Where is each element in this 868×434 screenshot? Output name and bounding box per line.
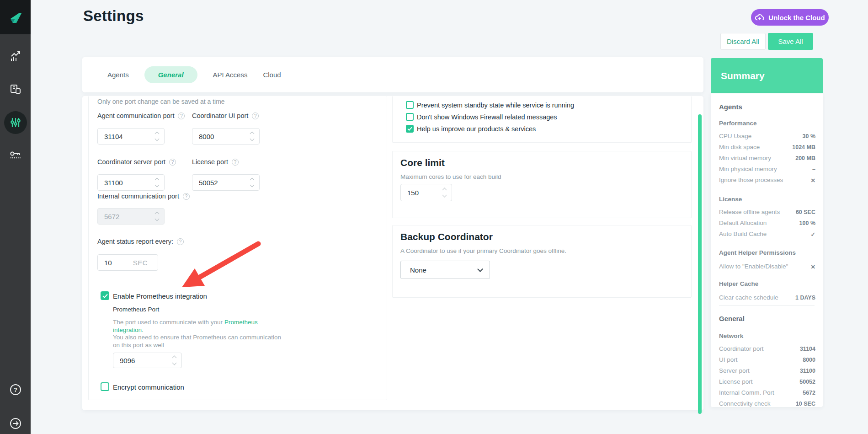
core-limit-title: Core limit (400, 157, 445, 168)
prometheus-checkbox[interactable] (101, 291, 109, 300)
status-report-label: Agent status report every: ? (97, 238, 184, 245)
analytics-icon (9, 49, 22, 63)
license-port-label: License port ? (192, 158, 239, 166)
internal-port-label: Internal communication port ? (97, 193, 190, 200)
summary-row-label: Min disk space (719, 144, 760, 150)
help-tooltip-icon[interactable]: ? (232, 159, 239, 166)
standby-checkbox[interactable] (406, 101, 414, 109)
help-circle-icon: ? (9, 383, 22, 396)
tab-agents[interactable]: Agents (107, 71, 129, 79)
sidebar-item-help[interactable]: ? (0, 383, 31, 396)
settings-tab-bar: Agents General API Access Cloud (82, 57, 703, 92)
seconds-unit: SEC (133, 259, 148, 267)
help-tooltip-icon[interactable]: ? (252, 113, 259, 119)
tab-cloud[interactable]: Cloud (263, 71, 281, 79)
save-all-label: Save All (778, 38, 803, 45)
summary-title: Summary (721, 70, 765, 81)
summary-row-label: Min virtual memory (719, 155, 771, 161)
summary-row-value: 60 SEC (796, 209, 815, 215)
improve-checkbox[interactable] (406, 125, 414, 133)
stepper-arrows[interactable] (173, 356, 176, 364)
content-scrollbar[interactable] (698, 114, 702, 414)
red-annotation-arrow (176, 238, 265, 290)
summary-agents-heading: Agents (719, 103, 742, 111)
summary-row-value: – (812, 166, 815, 172)
core-limit-subtitle: Maximum cores to use for each build (400, 173, 501, 180)
status-report-input[interactable]: 10 SEC (97, 254, 158, 271)
summary-row-value: 31104 (800, 346, 815, 352)
save-all-button[interactable]: Save All (768, 33, 813, 50)
summary-row-label: Coordinator port (719, 345, 764, 352)
summary-row-label: Server port (719, 367, 750, 374)
summary-helper-permissions-title: Agent Helper Permissions (719, 249, 796, 256)
ui-port-input[interactable]: 8000 (192, 128, 260, 145)
svg-text:?: ? (14, 386, 17, 393)
stepper-arrows[interactable] (443, 188, 446, 197)
summary-row-value: 100 % (799, 220, 815, 226)
stepper-arrows[interactable] (155, 178, 159, 187)
summary-row-value: 8000 (803, 357, 815, 363)
summary-helper-cache-title: Helper Cache (719, 280, 758, 287)
sidebar: ? (0, 0, 31, 434)
summary-row-label: License port (719, 378, 753, 385)
port-change-notice: Only one port change can be saved at a t… (97, 98, 225, 105)
summary-row-label: Ignore those processes (719, 177, 783, 183)
tab-api-access[interactable]: API Access (213, 71, 248, 79)
sidebar-item-agents[interactable] (0, 82, 31, 96)
discard-all-button[interactable]: Discard All (720, 33, 766, 50)
sidebar-item-license[interactable] (0, 149, 31, 163)
summary-row-label: Clear cache schedule (719, 294, 778, 301)
backup-coordinator-select[interactable]: None (400, 261, 490, 279)
incredibuild-logo-icon (7, 9, 24, 26)
tab-general-active[interactable]: General (144, 66, 197, 83)
standby-checkbox-label: Prevent system standby state while servi… (417, 102, 574, 109)
prometheus-checkbox-label: Enable Prometheus integration (113, 292, 207, 300)
check-icon (102, 294, 108, 298)
summary-row-value: ✓ (811, 231, 815, 238)
key-icon (9, 149, 22, 163)
chevron-down-icon (477, 266, 483, 272)
app-logo[interactable] (0, 0, 31, 34)
help-tooltip-icon[interactable]: ? (169, 159, 176, 166)
encrypt-checkbox-label: Encrypt communication (113, 383, 184, 391)
summary-row-value: ✕ (811, 177, 815, 184)
page-title: Settings (83, 7, 144, 25)
summary-row-label: Connectivity check (719, 400, 771, 407)
sidebar-item-settings-active[interactable] (4, 111, 27, 134)
sidebar-item-logout[interactable] (0, 417, 31, 430)
server-port-input[interactable]: 31100 (97, 174, 165, 191)
summary-row-value: 5672 (803, 390, 815, 396)
agent-port-input[interactable]: 31104 (97, 128, 165, 145)
backup-coordinator-subtitle: A Coordinator to use if your primary Coo… (400, 247, 566, 254)
help-tooltip-icon[interactable]: ? (178, 113, 185, 119)
backup-coordinator-title: Backup Coordinator (400, 231, 493, 242)
prometheus-description: The port used to communicate with your P… (113, 319, 287, 349)
summary-panel: Summary Agents Performance CPU Usage 30 … (711, 58, 823, 407)
backup-coordinator-selected-value: None (410, 266, 426, 274)
summary-row-value: 50052 (799, 379, 815, 385)
logout-arrow-icon (9, 417, 22, 430)
core-limit-input[interactable]: 150 (400, 184, 452, 201)
improve-checkbox-label: Help us improve our products & services (417, 125, 536, 133)
stepper-arrows[interactable] (155, 132, 159, 140)
summary-row-label: Default Allocation (719, 220, 767, 226)
unlock-cloud-button[interactable]: Unlock the Cloud (751, 9, 829, 26)
summary-row-value: 1024 MB (792, 144, 815, 150)
firewall-checkbox-label: Don't show Windows Firewall related mess… (417, 113, 557, 121)
check-icon (407, 127, 412, 131)
license-port-input[interactable]: 50052 (192, 174, 260, 191)
summary-performance-title: Performance (719, 120, 757, 127)
summary-row-value: 31100 (800, 368, 815, 374)
firewall-checkbox[interactable] (406, 113, 414, 121)
encrypt-checkbox[interactable] (101, 382, 109, 391)
stepper-arrows[interactable] (250, 178, 254, 187)
internal-port-input-disabled: 5672 (97, 208, 165, 225)
prometheus-port-input[interactable]: 9096 (113, 353, 182, 368)
stepper-arrows (155, 212, 159, 220)
summary-header: Summary (711, 58, 823, 93)
help-tooltip-icon[interactable]: ? (183, 193, 190, 200)
summary-row-label: UI port (719, 356, 738, 363)
sidebar-item-analytics[interactable] (0, 49, 31, 63)
summary-row-value: 10 SEC (796, 401, 815, 407)
stepper-arrows[interactable] (250, 132, 254, 140)
